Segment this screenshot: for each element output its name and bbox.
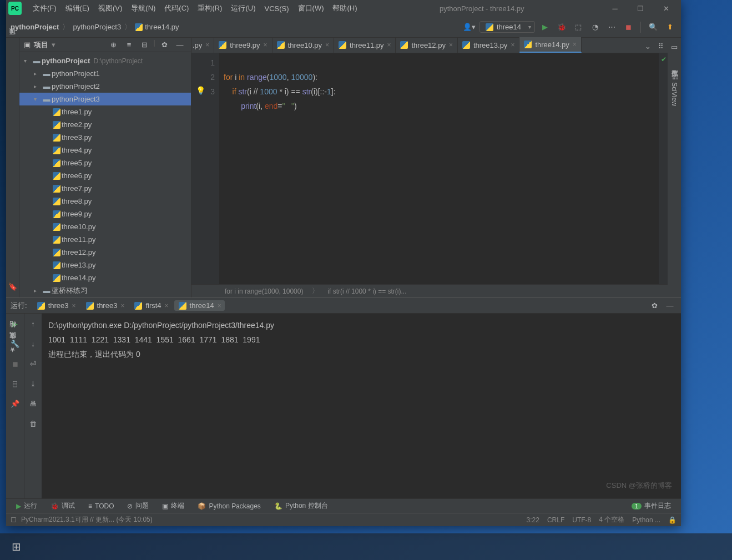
- run-tab[interactable]: three3×: [82, 300, 128, 311]
- locate-button[interactable]: ⊕: [107, 38, 120, 52]
- close-icon[interactable]: ×: [573, 41, 577, 48]
- close-icon[interactable]: ×: [120, 302, 124, 310]
- clear-button[interactable]: 🗑: [27, 417, 40, 430]
- tree-file[interactable]: three10.py: [19, 220, 191, 233]
- close-icon[interactable]: ×: [449, 41, 453, 49]
- debug-button[interactable]: 🐞: [555, 21, 568, 34]
- run-tab[interactable]: three3×: [33, 300, 79, 311]
- close-icon[interactable]: ×: [72, 302, 76, 310]
- tree-file[interactable]: three7.py: [19, 182, 191, 195]
- menu-refactor[interactable]: 重构(R): [193, 3, 226, 13]
- menu-vcs[interactable]: VCS(S): [260, 4, 293, 13]
- console-output[interactable]: D:\python\python.exe D:/pythonProject/py…: [42, 314, 681, 498]
- close-icon[interactable]: ×: [387, 41, 391, 49]
- tree-folder-selected[interactable]: ▾▬pythonProject3: [19, 93, 191, 105]
- status-toggle-icon[interactable]: ☐: [11, 516, 17, 524]
- bottom-todo-tab[interactable]: ≡TODO: [83, 502, 119, 510]
- menu-edit[interactable]: 编辑(E): [61, 3, 94, 13]
- indent-setting[interactable]: 4 个空格: [599, 515, 624, 524]
- editor-tab[interactable]: three9.py×: [214, 37, 272, 53]
- menu-code[interactable]: 代码(C): [160, 3, 193, 13]
- expand-all-button[interactable]: ≡: [123, 38, 136, 52]
- tab-list-button[interactable]: ⠿: [654, 39, 668, 53]
- editor-tab[interactable]: three12.py×: [396, 37, 457, 53]
- start-button[interactable]: ⊞: [4, 535, 28, 558]
- tree-file[interactable]: three2.py: [19, 118, 191, 131]
- run-button[interactable]: ▶: [538, 21, 552, 34]
- tree-file[interactable]: three14.py: [19, 271, 191, 284]
- bottom-terminal-tab[interactable]: ▣终端: [157, 501, 190, 511]
- scroll-button[interactable]: ⤓: [27, 377, 40, 390]
- user-icon[interactable]: 👤▾: [463, 21, 476, 34]
- up-button[interactable]: ↑: [27, 317, 40, 330]
- settings-icon[interactable]: ✿: [158, 38, 171, 52]
- layout-button[interactable]: ⌸: [8, 377, 22, 390]
- menu-help[interactable]: 帮助(H): [328, 3, 361, 13]
- more-run-button[interactable]: ⋯: [605, 21, 618, 34]
- intention-bulb-icon[interactable]: 💡: [196, 83, 205, 98]
- rerun-button[interactable]: ▶: [8, 317, 22, 330]
- bottom-debug-tab[interactable]: 🐞调试: [45, 501, 80, 511]
- print-button[interactable]: 🖶: [27, 397, 40, 410]
- cursor-position[interactable]: 3:22: [527, 516, 539, 524]
- close-icon[interactable]: ×: [325, 41, 329, 49]
- tree-file[interactable]: three12.py: [19, 246, 191, 259]
- hide-button[interactable]: —: [173, 38, 186, 52]
- close-icon[interactable]: ×: [205, 41, 209, 49]
- menu-run[interactable]: 运行(U): [226, 3, 260, 13]
- close-icon[interactable]: ×: [218, 302, 221, 310]
- menu-navigate[interactable]: 导航(N): [127, 3, 160, 13]
- settings-icon[interactable]: ✿: [648, 299, 661, 312]
- breadcrumb-root[interactable]: pythonProject: [11, 23, 59, 31]
- tree-file[interactable]: three8.py: [19, 195, 191, 208]
- wrap-button[interactable]: ⏎: [27, 357, 40, 370]
- collapse-all-button[interactable]: ⊟: [138, 38, 152, 52]
- bottom-problems-tab[interactable]: ⊘问题: [122, 501, 154, 511]
- lock-icon[interactable]: 🔒: [668, 516, 677, 524]
- run-configuration-selector[interactable]: three14: [479, 21, 535, 33]
- tree-file[interactable]: three6.py: [19, 169, 191, 182]
- interpreter-setting[interactable]: Python ...: [632, 516, 660, 524]
- menu-file[interactable]: 文件(F): [28, 3, 61, 13]
- tree-root[interactable]: ▾▬pythonProjectD:\pythonProject: [19, 54, 191, 67]
- profile-button[interactable]: ◔: [588, 21, 602, 34]
- tree-file[interactable]: three11.py: [19, 233, 191, 246]
- tree-file[interactable]: three5.py: [19, 157, 191, 169]
- stop-button[interactable]: ◼: [622, 21, 635, 34]
- bottom-packages-tab[interactable]: 📦Python Packages: [192, 502, 266, 510]
- breadcrumb-folder[interactable]: pythonProject3: [73, 23, 121, 31]
- tree-folder[interactable]: ▸▬pythonProject1: [19, 67, 191, 80]
- file-encoding[interactable]: UTF-8: [572, 516, 591, 524]
- code-editor[interactable]: 💡for i in range(1000, 10000): if str(i /…: [219, 53, 659, 284]
- editor-tab-active[interactable]: three14.py×: [519, 37, 581, 53]
- hide-button[interactable]: —: [663, 299, 677, 312]
- run-tab[interactable]: first4×: [130, 300, 171, 311]
- tree-file[interactable]: three3.py: [19, 131, 191, 144]
- bookmarks-button[interactable]: 🔖: [6, 280, 19, 293]
- editor-breadcrumb[interactable]: for i in range(1000, 10000)〉if str(i // …: [191, 284, 668, 297]
- windows-taskbar[interactable]: ⊞: [0, 533, 732, 560]
- tree-file[interactable]: three1.py: [19, 105, 191, 118]
- tree-file[interactable]: three4.py: [19, 144, 191, 157]
- close-icon[interactable]: ×: [165, 302, 169, 310]
- tree-file[interactable]: three13.py: [19, 259, 191, 271]
- close-icon[interactable]: ×: [511, 41, 514, 49]
- maximize-button[interactable]: ☐: [628, 0, 653, 17]
- editor-tab[interactable]: three10.py×: [272, 37, 334, 53]
- notifications-button[interactable]: ▭: [668, 40, 681, 53]
- minimize-button[interactable]: ─: [602, 0, 628, 17]
- down-button[interactable]: ↓: [27, 337, 40, 350]
- breadcrumb-file[interactable]: three14.py: [135, 23, 179, 31]
- ide-update-button[interactable]: ⬆: [663, 21, 677, 34]
- run-tab-active[interactable]: three14×: [174, 300, 225, 311]
- tree-folder[interactable]: ▸▬pythonProject2: [19, 80, 191, 93]
- project-tree[interactable]: ▾▬pythonProjectD:\pythonProject ▸▬python…: [19, 52, 191, 297]
- menu-window[interactable]: 窗口(W): [294, 3, 329, 13]
- editor-tab[interactable]: three11.py×: [334, 37, 396, 53]
- tree-file[interactable]: three9.py: [19, 208, 191, 220]
- bottom-run-tab[interactable]: ▶运行: [11, 501, 43, 511]
- favorites-tool-tab[interactable]: ★ 收藏夹: [8, 344, 18, 354]
- coverage-button[interactable]: ⬚: [572, 21, 585, 34]
- editor-tab[interactable]: three13.py×: [458, 37, 519, 53]
- search-everywhere-button[interactable]: 🔍: [647, 21, 660, 34]
